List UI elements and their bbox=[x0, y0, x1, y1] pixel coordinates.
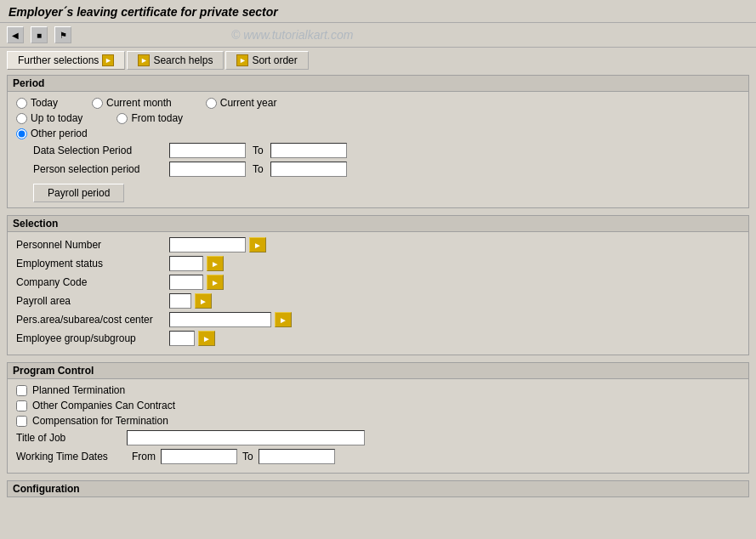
working-time-label: Working Time Dates bbox=[16, 451, 127, 462]
company-code-input[interactable] bbox=[169, 275, 203, 290]
data-selection-to-input[interactable] bbox=[270, 143, 347, 158]
period-section: Period Today Current month Current year bbox=[7, 75, 749, 208]
radio-row-2: Up to today From today bbox=[16, 112, 740, 124]
radio-from-today-input[interactable] bbox=[117, 113, 128, 124]
employment-status-row: Employment status ► bbox=[16, 256, 740, 271]
selection-section: Selection Personnel Number ► Employment … bbox=[7, 215, 749, 355]
personnel-number-arrow-btn[interactable]: ► bbox=[249, 237, 266, 252]
configuration-section: Configuration bbox=[7, 480, 749, 497]
planned-termination-label: Planned Termination bbox=[32, 384, 125, 396]
compensation-label: Compensation for Termination bbox=[32, 415, 168, 427]
person-selection-from-input[interactable] bbox=[169, 162, 246, 177]
pers-area-input[interactable] bbox=[169, 312, 271, 327]
payroll-area-arrow-btn[interactable]: ► bbox=[195, 293, 212, 309]
person-selection-label: Person selection period bbox=[33, 163, 169, 175]
radio-up-to-today-label: Up to today bbox=[31, 112, 82, 124]
employee-group-input[interactable] bbox=[169, 331, 195, 346]
selection-body: Personnel Number ► Employment status ► C… bbox=[8, 232, 748, 355]
watermark: © www.tutorialkart.com bbox=[231, 28, 353, 42]
working-time-to-label: To bbox=[242, 451, 253, 462]
radio-from-today[interactable]: From today bbox=[117, 112, 183, 124]
payroll-btn-row: Payroll period bbox=[16, 180, 740, 202]
search-helps-label: Search helps bbox=[153, 54, 213, 66]
radio-today[interactable]: Today bbox=[16, 97, 58, 109]
personnel-number-input[interactable] bbox=[169, 237, 246, 252]
employment-status-arrow-btn[interactable]: ► bbox=[207, 256, 224, 271]
pers-area-label: Pers.area/subarea/cost center bbox=[16, 314, 169, 326]
radio-up-to-today[interactable]: Up to today bbox=[16, 112, 82, 124]
main-content: Period Today Current month Current year bbox=[0, 70, 756, 509]
working-time-from-label: From bbox=[132, 451, 156, 462]
working-time-to-input[interactable] bbox=[259, 449, 335, 464]
radio-current-month[interactable]: Current month bbox=[92, 97, 172, 109]
data-selection-row: Data Selection Period To bbox=[16, 143, 740, 158]
further-selections-label: Further selections bbox=[18, 54, 99, 66]
title-job-row: Title of Job bbox=[16, 430, 740, 445]
employment-status-input[interactable] bbox=[169, 256, 203, 271]
working-time-from-input[interactable] bbox=[161, 449, 237, 464]
title-bar: Employer´s leaving certificate for priva… bbox=[0, 0, 756, 23]
flag-icon[interactable]: ⚑ bbox=[54, 26, 71, 43]
configuration-header: Configuration bbox=[8, 481, 748, 497]
employment-status-label: Employment status bbox=[16, 258, 169, 270]
radio-from-today-label: From today bbox=[131, 112, 183, 124]
sort-order-arrow: ► bbox=[236, 54, 248, 66]
personnel-number-row: Personnel Number ► bbox=[16, 237, 740, 252]
back-icon[interactable]: ◀ bbox=[7, 26, 24, 43]
radio-other-period-label: Other period bbox=[31, 128, 88, 139]
pers-area-arrow-btn[interactable]: ► bbox=[275, 312, 292, 327]
payroll-area-input[interactable] bbox=[169, 293, 191, 309]
person-selection-to-label: To bbox=[253, 163, 264, 175]
further-selections-arrow: ► bbox=[102, 54, 114, 66]
radio-current-month-label: Current month bbox=[106, 97, 172, 109]
title-job-label: Title of Job bbox=[16, 432, 127, 444]
compensation-checkbox[interactable] bbox=[16, 416, 27, 427]
person-selection-to-input[interactable] bbox=[270, 162, 347, 177]
planned-termination-row: Planned Termination bbox=[16, 384, 740, 396]
title-job-input[interactable] bbox=[127, 430, 365, 445]
radio-other-period[interactable]: Other period bbox=[16, 128, 88, 139]
radio-today-input[interactable] bbox=[16, 98, 27, 109]
radio-other-period-input[interactable] bbox=[16, 128, 27, 139]
company-code-arrow-btn[interactable]: ► bbox=[207, 275, 224, 290]
other-companies-label: Other Companies Can Contract bbox=[32, 400, 175, 411]
personnel-number-label: Personnel Number bbox=[16, 239, 169, 251]
data-selection-to-label: To bbox=[253, 145, 264, 156]
working-time-row: Working Time Dates From To bbox=[16, 449, 740, 464]
tab-further-selections[interactable]: Further selections ► bbox=[7, 51, 125, 70]
radio-current-year[interactable]: Current year bbox=[206, 97, 277, 109]
radio-row-1: Today Current month Current year bbox=[16, 97, 740, 109]
program-control-header: Program Control bbox=[8, 363, 748, 379]
compensation-row: Compensation for Termination bbox=[16, 415, 740, 427]
person-selection-row: Person selection period To bbox=[16, 162, 740, 177]
planned-termination-checkbox[interactable] bbox=[16, 385, 27, 396]
employee-group-arrow-btn[interactable]: ► bbox=[198, 331, 215, 346]
radio-current-month-input[interactable] bbox=[92, 98, 103, 109]
employee-group-label: Employee group/subgroup bbox=[16, 332, 169, 344]
radio-row-3: Other period bbox=[16, 128, 740, 139]
other-companies-checkbox[interactable] bbox=[16, 400, 27, 411]
radio-up-to-today-input[interactable] bbox=[16, 113, 27, 124]
data-selection-from-input[interactable] bbox=[169, 143, 246, 158]
radio-current-year-input[interactable] bbox=[206, 98, 217, 109]
data-selection-label: Data Selection Period bbox=[33, 145, 169, 156]
payroll-period-button[interactable]: Payroll period bbox=[33, 184, 124, 202]
tab-search-helps[interactable]: ► Search helps bbox=[127, 51, 224, 70]
tab-sort-order[interactable]: ► Sort order bbox=[225, 51, 308, 70]
main-toolbar: ◀ ■ ⚑ © www.tutorialkart.com bbox=[0, 23, 756, 48]
radio-today-label: Today bbox=[31, 97, 58, 109]
tab-bar: Further selections ► ► Search helps ► So… bbox=[0, 48, 756, 70]
other-companies-row: Other Companies Can Contract bbox=[16, 400, 740, 411]
search-helps-arrow: ► bbox=[138, 54, 150, 66]
company-code-label: Company Code bbox=[16, 276, 169, 288]
period-body: Today Current month Current year Up to t… bbox=[8, 92, 748, 207]
payroll-area-label: Payroll area bbox=[16, 295, 169, 307]
pers-area-row: Pers.area/subarea/cost center ► bbox=[16, 312, 740, 327]
save-icon[interactable]: ■ bbox=[31, 26, 48, 43]
radio-current-year-label: Current year bbox=[220, 97, 277, 109]
payroll-area-row: Payroll area ► bbox=[16, 293, 740, 309]
sort-order-label: Sort order bbox=[252, 54, 297, 66]
page-title: Employer´s leaving certificate for priva… bbox=[9, 5, 278, 19]
program-control-section: Program Control Planned Termination Othe… bbox=[7, 362, 749, 474]
employee-group-row: Employee group/subgroup ► bbox=[16, 331, 740, 346]
